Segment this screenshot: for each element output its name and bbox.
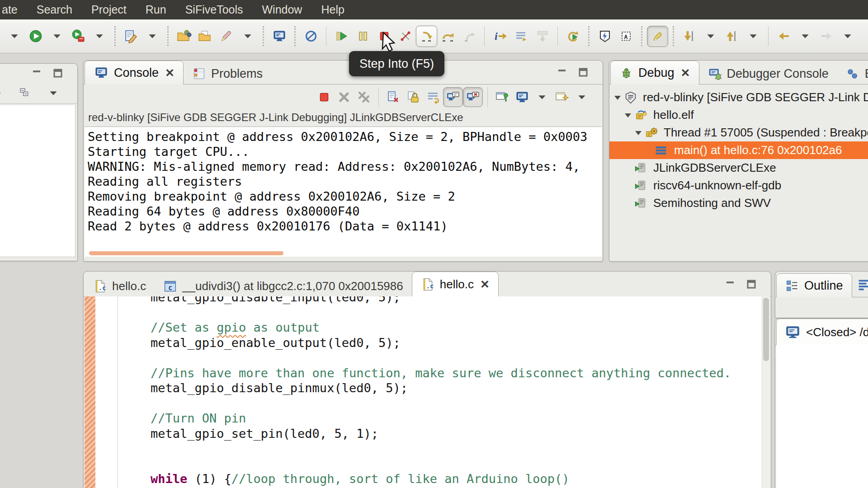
flash-download-icon[interactable] [594, 26, 615, 47]
restart-icon[interactable] [562, 26, 584, 47]
new-wizard-icon[interactable] [120, 26, 142, 47]
tab--closed-de[interactable]: <Closed> /de [776, 319, 868, 345]
tab-debugger-console[interactable]: Debugger Console [699, 63, 837, 84]
tab-debug[interactable]: Debug✕ [610, 61, 699, 84]
sort-lines-icon[interactable] [858, 275, 868, 293]
menu-item-run[interactable]: Run [136, 0, 176, 19]
minimize-icon[interactable] [723, 277, 737, 291]
back-nav-icon[interactable] [773, 26, 794, 47]
step-into-tooltip: Step Into (F5) [349, 51, 444, 76]
launch-icon [623, 90, 639, 105]
clear-console-icon[interactable] [383, 87, 403, 107]
focus-view-icon[interactable] [0, 83, 7, 104]
terminate-icon[interactable] [314, 87, 334, 107]
dropdown-arrow-icon[interactable] [532, 87, 552, 107]
tab-outline[interactable]: Outline [776, 273, 852, 297]
resume-icon[interactable] [331, 26, 352, 47]
code-editor[interactable]: metal_gpio_disable_input(led0, 5); //Set… [85, 296, 770, 488]
close-icon[interactable]: ✕ [681, 66, 690, 80]
maximize-icon[interactable] [51, 66, 65, 80]
instruction-stepping-icon[interactable]: i [489, 26, 510, 47]
debug-tree-row[interactable]: main() at hello.c:76 0x200102a6 [609, 141, 868, 159]
pin-console-icon[interactable] [492, 87, 512, 107]
console-output[interactable]: Setting breakpoint @ address 0x200102A6,… [85, 127, 602, 257]
debug-tree-row[interactable]: Semihosting and SWV [609, 194, 868, 212]
console-horizontal-scrollbar[interactable] [89, 251, 283, 255]
dropdown-arrow-icon[interactable] [237, 26, 258, 47]
forward-nav-icon[interactable] [816, 26, 837, 47]
debug-tree-row[interactable]: Thread #1 57005 (Suspended : Breakpo [609, 124, 868, 141]
dropdown-arrow-icon[interactable] [794, 26, 816, 47]
tab-problems[interactable]: Problems [184, 63, 271, 84]
scrollbar-thumb[interactable] [763, 298, 769, 361]
tab-hello-c[interactable]: .chello.c [85, 276, 155, 296]
display-console-icon[interactable] [512, 87, 532, 107]
dropdown-arrow-icon[interactable] [142, 26, 163, 47]
dropdown-arrow-icon[interactable] [89, 26, 110, 47]
run-icon[interactable] [25, 26, 46, 47]
expand-arrow-icon[interactable] [612, 92, 623, 103]
trace-highlight-icon[interactable] [647, 26, 668, 47]
step-return-icon[interactable] [458, 26, 480, 47]
dropdown-arrow-icon[interactable] [837, 26, 858, 47]
word-wrap-icon[interactable] [423, 87, 443, 107]
debug-tree-row[interactable]: riscv64-unknown-elf-gdb [609, 177, 868, 194]
tab--udivdi3-at-libgcc2-c-1-070-0x20015986[interactable]: c__udivdi3() at libgcc2.c:1,070 0x200159… [155, 276, 412, 296]
tab-hello-c[interactable]: .chello.c✕ [412, 272, 499, 297]
paint-brush-icon[interactable] [216, 26, 237, 47]
dropdown-arrow-icon[interactable] [572, 87, 592, 107]
code-line [151, 441, 762, 456]
console-icon[interactable] [269, 26, 290, 47]
stderr-change-icon[interactable] [463, 87, 483, 107]
remove-all-icon[interactable] [354, 87, 374, 107]
suspend-icon[interactable] [352, 26, 373, 47]
memory-icon[interactable]: A [615, 26, 637, 47]
menu-item-window[interactable]: Window [253, 0, 312, 19]
menu-item-ate[interactable]: ate [0, 0, 27, 19]
expand-arrow-icon[interactable] [633, 127, 644, 138]
dropdown-arrow-icon[interactable] [42, 83, 64, 104]
debug-icon [619, 66, 633, 80]
tab-bre[interactable]: Bre [837, 63, 868, 84]
debug-tree-row[interactable]: hello.elf [609, 106, 868, 124]
skip-breakpoints-icon[interactable] [300, 26, 321, 47]
minimize-icon[interactable] [30, 66, 43, 80]
step-over-icon[interactable] [437, 26, 458, 47]
menu-item-search[interactable]: Search [27, 0, 82, 19]
debug-run-icon[interactable] [67, 26, 89, 47]
open-project-icon[interactable] [173, 26, 194, 47]
dropdown-arrow-icon[interactable] [46, 26, 67, 47]
expand-arrow-icon[interactable] [623, 110, 634, 121]
collapse-boxes-icon[interactable] [14, 83, 35, 104]
debug-tree-row[interactable]: JLinkGDBServerCLExe [609, 159, 868, 177]
dropdown-arrow-icon[interactable] [4, 26, 25, 47]
tab-console[interactable]: Console✕ [85, 61, 184, 84]
maximize-icon[interactable] [576, 66, 590, 79]
editor-annotation-ruler[interactable] [85, 296, 96, 488]
maximize-icon[interactable] [745, 277, 758, 291]
menu-item-sifivetools[interactable]: SiFiveTools [176, 0, 253, 19]
left-view-content[interactable] [0, 105, 75, 257]
scroll-lock-icon[interactable] [403, 87, 423, 107]
open-new-console-icon[interactable] [552, 87, 572, 107]
next-annotation-icon[interactable] [679, 26, 700, 47]
dropdown-arrow-icon[interactable] [700, 26, 721, 47]
console-icon [94, 65, 109, 80]
move-to-line-icon[interactable] [510, 26, 532, 47]
dropdown-arrow-icon[interactable] [742, 26, 764, 47]
previous-annotation-icon[interactable] [721, 26, 742, 47]
close-icon[interactable]: ✕ [480, 278, 490, 291]
debug-tree-row[interactable]: red-v-blinky [SiFive GDB SEGGER J-Link D… [609, 89, 868, 106]
editor-vertical-scrollbar[interactable] [762, 296, 770, 488]
open-folder-icon[interactable] [194, 26, 216, 47]
menu-item-project[interactable]: Project [82, 0, 136, 19]
menu-item-help[interactable]: Help [311, 0, 354, 19]
editor-gutter[interactable] [95, 296, 118, 488]
minimize-icon[interactable] [555, 66, 569, 79]
stdout-change-icon[interactable] [443, 87, 463, 107]
step-into-icon[interactable] [416, 26, 437, 47]
drop-to-frame-icon[interactable] [532, 26, 553, 47]
terminal-content[interactable] [776, 345, 868, 488]
close-icon[interactable]: ✕ [165, 66, 175, 80]
remove-launch-icon[interactable] [334, 87, 354, 107]
